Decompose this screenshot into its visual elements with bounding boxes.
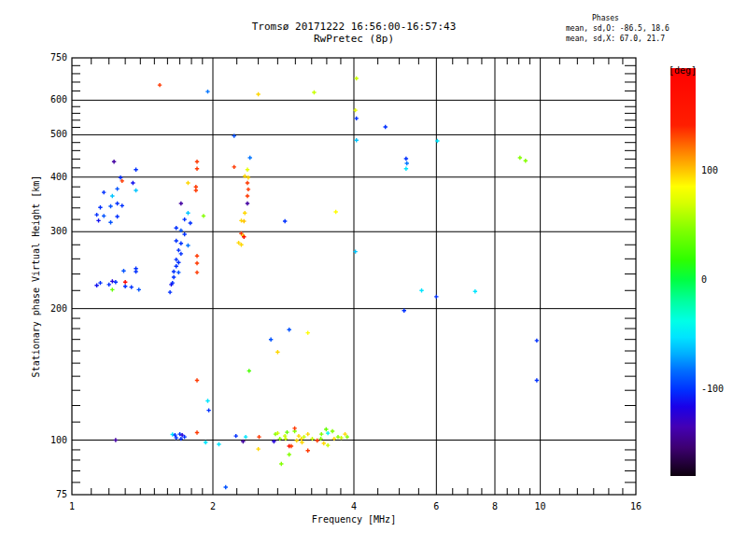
- data-point: [120, 203, 124, 207]
- y-axis-label: Stationary phase Virtual Height [km]: [31, 175, 41, 378]
- data-point: [123, 285, 127, 288]
- data-point: [326, 443, 330, 447]
- x-tick-label: 8: [476, 501, 514, 511]
- data-point: [287, 453, 290, 456]
- data-point: [322, 441, 326, 445]
- data-point: [283, 219, 287, 223]
- data-point: [175, 226, 178, 230]
- data-point: [102, 214, 106, 217]
- data-point: [247, 188, 250, 191]
- data-point: [224, 485, 228, 489]
- colorbar-units-label: [deg]: [669, 65, 697, 76]
- data-point: [182, 232, 186, 236]
- data-point: [306, 449, 310, 453]
- data-point: [172, 270, 176, 273]
- data-point: [175, 258, 178, 261]
- data-point: [248, 156, 252, 160]
- data-point: [300, 441, 303, 444]
- data-point: [175, 264, 178, 268]
- data-point: [179, 242, 183, 245]
- data-point: [108, 204, 112, 208]
- data-point: [295, 439, 299, 442]
- y-tick-label: 750: [35, 52, 67, 63]
- data-point: [206, 408, 210, 412]
- data-point: [110, 287, 114, 291]
- data-point: [98, 205, 102, 209]
- data-point: [182, 217, 186, 221]
- data-point: [283, 434, 287, 438]
- phase-colorbar: [670, 68, 696, 476]
- data-point: [384, 125, 388, 129]
- data-point: [404, 167, 408, 171]
- data-point: [114, 438, 118, 441]
- data-point: [96, 218, 100, 222]
- data-point: [186, 211, 190, 215]
- data-point: [121, 269, 125, 273]
- data-point: [292, 427, 296, 430]
- data-point: [324, 427, 328, 431]
- y-tick-label: 600: [35, 94, 67, 105]
- data-point: [233, 434, 237, 438]
- data-point: [102, 190, 106, 194]
- data-point: [297, 434, 301, 438]
- data-point: [233, 165, 236, 169]
- data-point: [175, 239, 178, 243]
- data-point: [176, 260, 180, 264]
- data-point: [202, 214, 205, 217]
- data-point: [186, 181, 190, 185]
- data-point: [137, 287, 141, 291]
- data-point: [134, 168, 137, 172]
- data-point: [179, 202, 183, 205]
- x-tick-label: 1: [53, 501, 91, 511]
- data-point: [195, 271, 199, 274]
- data-point: [312, 91, 316, 94]
- ionogram-plot-area: [0, 0, 747, 560]
- data-point: [186, 244, 190, 247]
- data-point: [434, 295, 438, 299]
- data-point: [316, 439, 319, 442]
- data-point: [115, 215, 119, 218]
- data-point: [130, 285, 134, 288]
- data-point: [205, 399, 209, 402]
- data-point: [179, 252, 183, 256]
- data-point: [355, 138, 359, 142]
- data-point: [244, 435, 247, 439]
- data-point: [115, 202, 119, 205]
- data-point: [246, 194, 249, 198]
- y-tick-label: 75: [35, 489, 67, 499]
- x-tick-label: 10: [522, 501, 559, 511]
- data-point: [275, 350, 279, 354]
- data-point: [195, 261, 199, 265]
- data-point: [107, 283, 111, 287]
- data-point: [168, 290, 172, 294]
- data-point: [246, 168, 249, 172]
- data-point: [285, 430, 289, 434]
- data-point: [535, 339, 539, 343]
- y-tick-label: 100: [35, 435, 67, 445]
- data-point: [217, 442, 220, 446]
- x-axis-label: Frequency [MHz]: [72, 514, 636, 525]
- data-point: [194, 185, 198, 189]
- x-tick-label: 6: [417, 501, 455, 511]
- data-point: [243, 211, 247, 215]
- data-point: [246, 202, 249, 205]
- data-point: [287, 328, 290, 331]
- data-point: [306, 330, 310, 334]
- data-point: [333, 210, 337, 214]
- data-point: [134, 270, 137, 273]
- data-point: [404, 157, 408, 161]
- data-point: [355, 117, 359, 120]
- data-point: [331, 429, 334, 433]
- y-tick-label: 500: [35, 129, 67, 139]
- data-point: [195, 167, 199, 171]
- data-point: [355, 77, 359, 80]
- colorbar-tick-label: -100: [701, 384, 724, 394]
- data-point: [110, 194, 114, 198]
- data-point: [176, 248, 180, 252]
- data-point: [319, 432, 323, 436]
- data-point: [204, 441, 207, 444]
- data-point: [195, 378, 199, 382]
- data-point: [123, 280, 127, 284]
- data-point: [257, 435, 261, 439]
- x-tick-label: 16: [617, 501, 655, 511]
